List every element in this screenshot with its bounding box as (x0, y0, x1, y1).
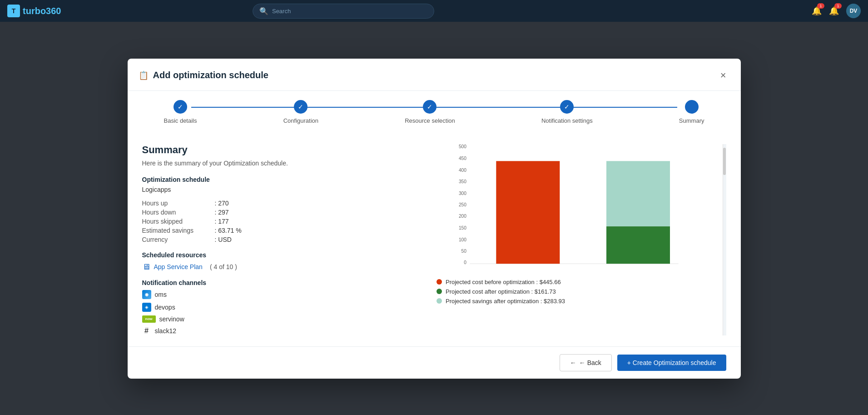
stat-row-hours-skipped: Hours skipped : 177 (142, 217, 414, 226)
svg-text:50: 50 (461, 248, 467, 253)
step-circle-4: ✓ (560, 100, 574, 114)
channel-name-devops: devops (155, 304, 175, 311)
legend-item-savings: Projected savings after optimization : $… (436, 298, 700, 305)
stat-val-estimated-savings: : 63.71 % (215, 227, 242, 234)
modal-body: Summary Here is the summary of your Opti… (128, 133, 741, 346)
back-arrow-icon: ← (570, 359, 576, 366)
stepper-steps: ✓ Basic details ✓ Configuration ✓ Resour… (164, 100, 704, 124)
channel-name-slack12: slack12 (155, 327, 176, 335)
resource-item-app-service: 🖥 App Service Plan ( 4 of 10 ) (142, 262, 414, 272)
resource-count: ( 4 of 10 ) (210, 263, 237, 270)
section-subtitle: Here is the summary of your Optimization… (142, 160, 414, 167)
logo: T turbo360 (7, 5, 61, 17)
stat-row-estimated-savings: Estimated savings : 63.71 % (142, 226, 414, 235)
legend-text-after: Projected cost after optimization : $161… (446, 288, 556, 295)
stat-key-currency: Currency (142, 236, 215, 243)
stat-val-hours-skipped: : 177 (215, 218, 229, 225)
stat-row-hours-down: Hours down : 297 (142, 208, 414, 217)
back-label: ← Back (579, 359, 601, 366)
legend-dot-after (436, 289, 442, 294)
now-icon: now (142, 315, 156, 323)
svg-text:200: 200 (459, 214, 466, 219)
stat-val-hours-down: : 297 (215, 209, 229, 216)
topbar: T turbo360 🔍 Search 🔔 1 🔔 1 DV (0, 0, 868, 22)
search-placeholder: Search (272, 8, 291, 15)
step-label-5: Summary (679, 117, 704, 124)
stepper-step-basic-details[interactable]: ✓ Basic details (164, 100, 197, 124)
stepper-step-summary[interactable]: Summary (679, 100, 704, 124)
legend-text-before: Projected cost before optimization : $44… (446, 279, 561, 285)
summary-left-panel: Summary Here is the summary of your Opti… (142, 144, 414, 335)
bar-before (496, 161, 560, 264)
channel-item-oms: ◉ oms (142, 290, 414, 299)
step-label-3: Resource selection (405, 117, 455, 124)
svg-text:500: 500 (459, 144, 466, 149)
step-circle-1: ✓ (174, 100, 187, 114)
scrollbar-thumb[interactable] (723, 148, 726, 175)
legend-dot-savings (436, 298, 442, 304)
legend-item-before: Projected cost before optimization : $44… (436, 279, 700, 285)
stat-key-hours-down: Hours down (142, 209, 215, 216)
bar-savings (606, 161, 670, 226)
oms-icon: ◉ (142, 290, 151, 299)
topbar-actions: 🔔 1 🔔 1 DV (812, 4, 861, 18)
modal-title-text: Add optimization schedule (153, 70, 268, 80)
channel-name-servinow: servinow (159, 315, 184, 323)
resource-name: App Service Plan (154, 263, 203, 270)
modal-dialog: 📋 Add optimization schedule × ✓ Basic de… (128, 59, 741, 379)
resources-label: Scheduled resources (142, 251, 414, 259)
app-service-icon: 🖥 (142, 262, 150, 272)
svg-text:100: 100 (459, 237, 466, 242)
channel-item-servinow: now servinow (142, 315, 414, 323)
stat-row-currency: Currency : USD (142, 235, 414, 244)
stepper-step-configuration[interactable]: ✓ Configuration (283, 100, 318, 124)
notification-badge-2: 1 (834, 3, 842, 9)
user-initials: DV (850, 8, 858, 14)
scrollbar[interactable] (723, 144, 726, 335)
user-avatar[interactable]: DV (846, 4, 861, 18)
section-title: Summary (142, 144, 414, 156)
svg-text:300: 300 (459, 191, 466, 196)
stat-key-hours-skipped: Hours skipped (142, 218, 215, 225)
stepper-step-notification-settings[interactable]: ✓ Notification settings (541, 100, 593, 124)
stat-key-estimated-savings: Estimated savings (142, 227, 215, 234)
notification-bell-2[interactable]: 🔔 1 (829, 6, 839, 16)
search-icon: 🔍 (259, 7, 268, 15)
stepper-step-resource-selection[interactable]: ✓ Resource selection (405, 100, 455, 124)
svg-text:350: 350 (459, 179, 466, 184)
modal-backdrop: 📋 Add optimization schedule × ✓ Basic de… (0, 22, 868, 415)
logo-icon: T (7, 5, 20, 17)
channels-section: Notification channels ◉ oms ◈ devops now… (142, 279, 414, 335)
close-button[interactable]: × (717, 68, 730, 83)
stat-val-hours-up: : 270 (215, 200, 229, 207)
step-circle-2: ✓ (294, 100, 308, 114)
legend-item-after: Projected cost after optimization : $161… (436, 288, 700, 295)
search-bar[interactable]: 🔍 Search (253, 4, 434, 19)
svg-text:450: 450 (459, 156, 466, 161)
channel-item-devops: ◈ devops (142, 303, 414, 312)
legend-dot-before (436, 279, 442, 285)
legend-text-savings: Projected savings after optimization : $… (446, 298, 565, 305)
bar-chart: 500 450 400 350 300 250 200 150 100 50 0 (436, 144, 700, 271)
stat-key-hours-up: Hours up (142, 200, 215, 207)
create-schedule-button[interactable]: + Create Optimization schedule (617, 355, 726, 371)
step-circle-5 (685, 100, 699, 114)
calendar-icon: 📋 (139, 70, 149, 80)
modal-footer: ← ← Back + Create Optimization schedule (128, 346, 741, 379)
svg-text:400: 400 (459, 167, 466, 172)
summary-right-panel: 500 450 400 350 300 250 200 150 100 50 0 (432, 144, 704, 335)
modal-title: 📋 Add optimization schedule (139, 70, 268, 80)
step-circle-3: ✓ (423, 100, 436, 114)
optimization-name: Logicapps (142, 186, 414, 193)
logo-text: turbo360 (23, 6, 61, 16)
step-label-2: Configuration (283, 117, 318, 124)
stepper: ✓ Basic details ✓ Configuration ✓ Resour… (128, 91, 741, 133)
bar-after (606, 226, 670, 264)
stats-grid: Hours up : 270 Hours down : 297 Hours sk… (142, 199, 414, 244)
back-button[interactable]: ← ← Back (560, 354, 612, 371)
svg-text:150: 150 (459, 225, 466, 230)
notification-bell-1[interactable]: 🔔 1 (812, 6, 822, 16)
stat-row-hours-up: Hours up : 270 (142, 199, 414, 208)
channel-item-slack12: # slack12 (142, 326, 414, 335)
step-label-4: Notification settings (541, 117, 593, 124)
